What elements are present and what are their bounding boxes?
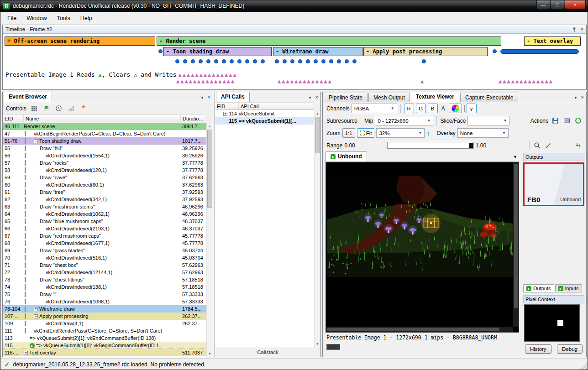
event-dot[interactable]: [493, 49, 497, 53]
close-icon[interactable]: ×: [581, 26, 583, 32]
api-call-row[interactable]: 115=> vkQueueSubmit(1)[...: [215, 117, 314, 125]
event-dot[interactable]: [283, 59, 287, 63]
event-row[interactable]: 72vkCmdDrawIndexed(12144,1)57.62963: [3, 269, 206, 276]
api-calls-scrollbar[interactable]: ▲ ▼: [314, 110, 320, 347]
event-dot[interactable]: [199, 59, 203, 63]
expander-icon[interactable]: +: [34, 307, 38, 311]
menu-file[interactable]: File: [2, 13, 21, 23]
range-options-icon[interactable]: [573, 141, 583, 150]
expander-icon[interactable]: −: [34, 139, 38, 143]
open-external-icon[interactable]: [562, 116, 571, 125]
event-row[interactable]: 76vkCmdDrawIndexed(1098,1)57.33333: [3, 298, 206, 305]
time-draws-icon[interactable]: [54, 104, 63, 113]
timeline-bar[interactable]: - Toon shading draw: [163, 47, 272, 56]
zoom-level-dropdown[interactable]: 32%▼: [376, 128, 425, 138]
texture-vscrollbar[interactable]: [513, 162, 519, 327]
timeline-bar[interactable]: + Off-screen scene rendering: [5, 36, 155, 46]
alpha-channel-button[interactable]: A: [440, 105, 447, 112]
event-row[interactable]: 60vkCmdDrawIndexed(60,1)37.62963: [3, 181, 206, 188]
zoom-1to1-button[interactable]: 1:1: [342, 128, 355, 138]
tab-api-calls[interactable]: API Calls: [216, 92, 250, 102]
dropdown-icon[interactable]: ▾: [575, 95, 577, 100]
event-row[interactable]: 62vkCmdDrawIndexed(342,1)37.92593: [3, 196, 206, 203]
event-row[interactable]: 68vkCmdDrawIndexed(1677,1)45.77778: [3, 240, 206, 247]
event-dot[interactable]: [158, 49, 163, 53]
pixel-context-view[interactable]: [524, 304, 580, 342]
event-row[interactable]: 56vkCmdDrawIndexed(1554,1)39.25926: [3, 152, 206, 159]
column-eid[interactable]: EID: [215, 103, 239, 109]
dropdown-icon[interactable]: ▾: [309, 95, 311, 100]
event-row[interactable]: 116-...+Text overlay511.7037: [3, 349, 206, 356]
event-row[interactable]: 75Draw ""57.33333: [3, 291, 206, 298]
range-min[interactable]: 0.00: [344, 142, 355, 149]
bookmark-flag-icon[interactable]: [42, 104, 51, 113]
custom-display-button[interactable]: [449, 104, 462, 113]
event-dot[interactable]: [275, 59, 279, 63]
column-name[interactable]: Name: [24, 115, 181, 122]
event-row[interactable]: 71Draw "chest box"57.62963: [3, 261, 206, 269]
current-event-jump-icon[interactable]: *: [79, 104, 88, 113]
event-row[interactable]: 74vkCmdDrawIndexed(138,1)57.18518: [3, 283, 206, 291]
chevron-down-icon[interactable]: ▼: [513, 155, 517, 159]
tab-texture-viewer[interactable]: Texture Viewer: [411, 92, 459, 102]
timeline-canvas[interactable]: Presentable Image 1 Reads ▲, Clears △ an…: [3, 34, 586, 89]
event-dot[interactable]: [183, 59, 187, 63]
expander-icon[interactable]: +: [223, 112, 227, 116]
event-row[interactable]: 78-104+Wireframe draw1784.5...: [3, 305, 206, 313]
maximize-button[interactable]: □: [551, 0, 564, 9]
dropdown-icon[interactable]: ▾: [201, 95, 204, 100]
timeline-bar[interactable]: - Apply post processing: [363, 47, 488, 56]
event-dot[interactable]: [321, 59, 326, 63]
event-row[interactable]: 64vkCmdDrawIndexed(1062,1)46.96296: [3, 210, 206, 218]
event-row[interactable]: 51-76−Toon shading draw1017.7...: [3, 137, 206, 145]
event-dot[interactable]: [253, 59, 257, 63]
column-duration[interactable]: Duratio...: [181, 115, 206, 122]
event-row[interactable]: 67Draw "red mushroom caps"45.77778: [3, 232, 206, 240]
menu-help[interactable]: Help: [75, 13, 97, 23]
event-dot[interactable]: [230, 59, 234, 63]
event-dot[interactable]: [290, 59, 294, 63]
event-dot[interactable]: [175, 59, 179, 63]
gamma-button[interactable]: γ: [467, 104, 477, 113]
minimize-button[interactable]: —: [536, 0, 550, 9]
expander-icon[interactable]: +: [24, 351, 28, 355]
event-row[interactable]: 66vkCmdDrawIndexed(2193,1)46.37037: [3, 225, 206, 232]
range-slider[interactable]: [387, 142, 474, 149]
event-row[interactable]: 59Draw "cave"37.62963: [3, 174, 206, 181]
api-call-row[interactable]: + 114vkQueueSubmit: [215, 110, 314, 117]
column-api-call[interactable]: API Call: [239, 103, 314, 109]
event-row[interactable]: 115▶=> vkQueueSubmit(1)[0]: vkBeginComma…: [3, 342, 206, 349]
event-dot[interactable]: [352, 59, 357, 63]
timeline-bar[interactable]: - Text overlay: [524, 36, 581, 46]
tab-inputs[interactable]: ▶Inputs: [555, 284, 582, 292]
flip-vertical-icon[interactable]: ↕: [426, 130, 430, 137]
event-dot[interactable]: [298, 59, 302, 63]
event-dot[interactable]: [206, 59, 210, 63]
event-row[interactable]: 47vkCmdBeginRenderPass(C=Clear, D=Clear,…: [3, 130, 206, 137]
event-dot[interactable]: [329, 59, 333, 63]
histogram-wand-icon[interactable]: [544, 141, 553, 150]
event-dense-bar[interactable]: [500, 49, 579, 54]
event-dot[interactable]: [422, 59, 426, 63]
tab-mesh-output[interactable]: Mesh Output: [368, 93, 410, 102]
event-row[interactable]: 65Draw "blue mushroom caps"46.37037: [3, 218, 206, 225]
callstack-section[interactable]: Callstack: [215, 347, 320, 357]
event-row[interactable]: 63Draw "mushroom stems"46.96296: [3, 203, 206, 210]
event-dot[interactable]: [245, 59, 249, 63]
menu-window[interactable]: Window: [21, 13, 52, 23]
title-bar[interactable]: R debugmarker.rdc - RenderDoc Unofficial…: [0, 0, 588, 12]
range-slider-thumb[interactable]: [469, 143, 473, 148]
event-row[interactable]: 46-111Render scene3064.7...: [3, 123, 206, 130]
tab-event-browser[interactable]: Event Browser: [4, 92, 52, 102]
event-dot[interactable]: [222, 59, 226, 63]
debug-button[interactable]: Debug: [557, 344, 583, 354]
column-eid[interactable]: EID: [3, 115, 24, 122]
event-browser-scrollbar[interactable]: ▲ ▼: [206, 123, 213, 357]
fb0-thumbnail[interactable]: FB0 Unbound: [523, 162, 584, 206]
overlay-dropdown[interactable]: None▼: [457, 128, 509, 138]
close-icon[interactable]: ×: [208, 94, 210, 100]
event-row[interactable]: 69Draw "grass blades"45.03704: [3, 247, 206, 254]
select-columns-icon[interactable]: [30, 104, 39, 113]
tab-pipeline-state[interactable]: Pipeline State: [324, 93, 368, 102]
event-row[interactable]: 55Draw "hill"39.25926: [3, 145, 206, 152]
